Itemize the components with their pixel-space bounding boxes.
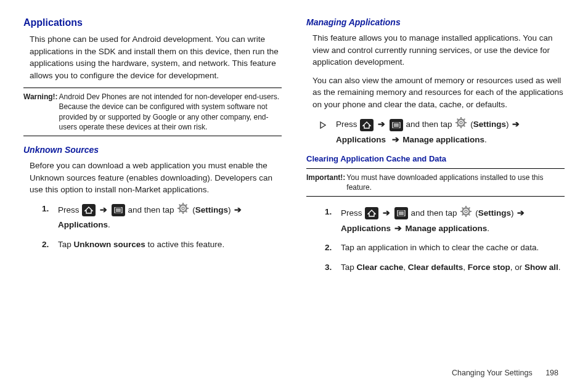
step-text: Tap (58, 240, 74, 249)
svg-point-33 (465, 210, 467, 213)
important-label: Important!: (306, 173, 346, 192)
step-number: 2. (325, 241, 332, 255)
clear-defaults-label: Clear defaults (408, 263, 463, 272)
paragraph-managing-2: You can also view the amount of memory o… (312, 75, 565, 111)
svg-line-11 (186, 211, 187, 212)
step-1: 1. Press ➔ and then tap (Settings) ➔ App… (325, 205, 565, 235)
step-2: 2. Tap Unknown sources to active this fe… (42, 238, 282, 251)
step-text: ) (511, 208, 516, 218)
svg-point-32 (463, 208, 470, 214)
svg-point-4 (180, 205, 187, 211)
arrow-icon: ➔ (511, 120, 521, 129)
heading-unknown-sources: Unknown Sources (23, 145, 282, 155)
menu-icon (394, 207, 408, 219)
important-text: You must have downloaded applications in… (346, 173, 565, 192)
step-text: ) (228, 205, 233, 214)
manage-applications-label: Manage applications (406, 224, 488, 233)
arrow-icon: ➔ (391, 135, 401, 144)
step-text: Press (336, 120, 359, 129)
svg-line-13 (186, 204, 187, 205)
paragraph-managing-1: This feature allows you to manage instal… (312, 32, 565, 68)
home-icon (365, 207, 378, 219)
svg-line-12 (179, 211, 181, 212)
svg-line-38 (462, 208, 463, 209)
menu-icon (390, 119, 403, 131)
step-3: 3. Tap Clear cache, Clear defaults, Forc… (325, 261, 565, 274)
svg-line-10 (179, 204, 181, 205)
settings-label: Settings (473, 120, 506, 129)
settings-label: Settings (478, 208, 511, 218)
heading-clearing-cache: Clearing Application Cache and Data (306, 154, 565, 163)
footer-section: Changing Your Settings (452, 369, 533, 377)
paragraph-applications-intro: This phone can be used for Android devel… (30, 33, 282, 81)
menu-icon (112, 204, 125, 216)
step-text: to active this feature. (145, 240, 224, 249)
home-icon (360, 119, 374, 131)
clear-cache-label: Clear cache (357, 263, 404, 272)
settings-label: Settings (195, 205, 228, 214)
page-number: 198 (545, 369, 558, 377)
applications-label: Applications (341, 224, 391, 233)
svg-point-18 (458, 120, 465, 126)
heading-applications: Applications (23, 17, 282, 28)
show-all-label: Show all (525, 263, 558, 272)
warning-label: Warning!: (23, 92, 59, 132)
applications-label: Applications (336, 135, 386, 144)
step-text: and then tap (406, 120, 455, 129)
step-number: 3. (325, 261, 332, 274)
triangle-bullet-icon (320, 120, 326, 133)
svg-line-24 (457, 119, 459, 120)
svg-line-41 (469, 208, 470, 209)
arrow-icon: ➔ (393, 224, 403, 233)
svg-line-40 (462, 214, 463, 215)
step-text: Tap (341, 263, 357, 272)
managing-steps: Press ➔ and then tap (Settings) ➔ Applic… (320, 116, 565, 146)
svg-line-39 (469, 214, 470, 215)
left-column: Applications This phone can be used for … (23, 17, 282, 280)
unknown-sources-label: Unknown sources (74, 240, 145, 249)
right-column: Managing Applications This feature allow… (306, 17, 565, 280)
home-icon (82, 204, 96, 216)
svg-line-26 (457, 126, 459, 127)
paragraph-unknown-sources: Before you can download a web applicatio… (30, 160, 282, 196)
heading-managing-applications: Managing Applications (306, 17, 565, 27)
arrow-icon: ➔ (99, 205, 108, 214)
applications-label: Applications (58, 220, 108, 229)
clearing-steps: 1. Press ➔ and then tap (Settings) ➔ App… (325, 205, 565, 274)
gear-icon (460, 205, 472, 222)
step-number: 1. (325, 205, 332, 219)
step-2: 2. Tap an application in which to clear … (325, 241, 565, 255)
step-text: and then tap (128, 205, 177, 214)
gear-icon (177, 202, 189, 219)
step-number: 2. (42, 238, 49, 251)
manage-applications-label: Manage applications (402, 135, 484, 144)
arrow-icon: ➔ (233, 205, 243, 214)
step-text: Press (341, 208, 364, 218)
step-number: 1. (42, 202, 49, 216)
arrow-icon: ➔ (516, 208, 526, 218)
bullet-step: Press ➔ and then tap (Settings) ➔ Applic… (320, 116, 565, 146)
arrow-icon: ➔ (377, 120, 386, 129)
step-text: Tap an application in which to clear the… (341, 243, 539, 252)
arrow-icon: ➔ (382, 208, 391, 218)
warning-box: Warning!: Android Dev Phones are not int… (23, 88, 282, 136)
gear-icon (455, 116, 467, 133)
step-text: ) (506, 120, 511, 129)
step-text: Press (58, 205, 81, 214)
step-text: and then tap (411, 208, 460, 218)
svg-point-19 (460, 121, 462, 124)
page-footer: Changing Your Settings 198 (452, 369, 558, 377)
warning-text: Android Dev Phones are not intended for … (59, 92, 282, 132)
svg-point-5 (182, 207, 184, 210)
svg-line-27 (464, 119, 465, 120)
svg-line-25 (464, 126, 465, 127)
unknown-sources-steps: 1. Press ➔ and then tap (Settings) ➔ App… (42, 202, 282, 251)
important-box: Important!: You must have downloaded app… (306, 168, 565, 197)
step-1: 1. Press ➔ and then tap (Settings) ➔ App… (42, 202, 282, 232)
force-stop-label: Force stop (468, 263, 510, 272)
